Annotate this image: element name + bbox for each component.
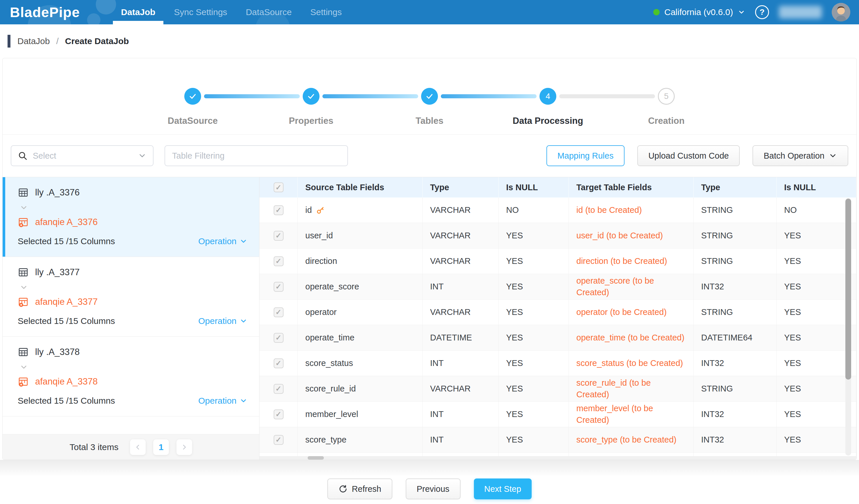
operation-dropdown[interactable]: Operation xyxy=(198,236,247,246)
pagination-bar: Total 3 items 1 xyxy=(3,434,259,460)
source-table-icon xyxy=(18,187,29,198)
next-page-button[interactable] xyxy=(177,439,192,455)
row-checkbox[interactable]: ✓ xyxy=(274,384,284,394)
row-checkbox[interactable]: ✓ xyxy=(274,308,284,317)
table-row: ✓ user_id VARCHAR YES user_id (to be Cre… xyxy=(259,223,856,249)
col-header-source-type: Type xyxy=(423,177,499,198)
operation-dropdown[interactable]: Operation xyxy=(198,316,247,326)
source-field-isnull: YES xyxy=(499,300,569,325)
target-field-name: member_level (to be Created) xyxy=(576,403,684,425)
source-field-isnull: YES xyxy=(499,274,569,299)
scrollbar-thumb[interactable] xyxy=(307,456,324,460)
step-check-icon xyxy=(421,88,438,105)
row-checkbox[interactable]: ✓ xyxy=(274,205,284,215)
row-checkbox[interactable]: ✓ xyxy=(274,333,284,343)
top-nav: BladePipe DataJob Sync Settings DataSour… xyxy=(0,0,859,25)
target-field-type: STRING xyxy=(694,300,777,325)
mapping-table-body: ✓ id VARCHAR NO id (to be Created) STRIN… xyxy=(259,198,856,460)
batch-operation-button[interactable]: Batch Operation xyxy=(753,145,848,166)
table-pair-item[interactable]: lly .A_3376 afanqie A_3376 Selected 15 /… xyxy=(3,177,259,257)
page-number-button[interactable]: 1 xyxy=(153,439,169,455)
table-select-dropdown[interactable]: Select xyxy=(11,145,153,166)
scrollbar-thumb[interactable] xyxy=(845,199,851,380)
row-checkbox[interactable]: ✓ xyxy=(274,282,284,292)
target-field-type: INT32 xyxy=(694,351,777,376)
upload-custom-code-button[interactable]: Upload Custom Code xyxy=(637,145,740,166)
target-field-type: DATETIME64 xyxy=(694,325,777,350)
chevron-left-icon xyxy=(134,444,141,451)
source-field-name: operator xyxy=(305,308,337,317)
nav-tab-settings[interactable]: Settings xyxy=(301,0,351,25)
step-connector xyxy=(322,94,418,98)
source-field-isnull: NO xyxy=(499,198,569,223)
step-number: 5 xyxy=(658,88,675,105)
col-header-source-isnull: Is NULL xyxy=(499,177,569,198)
target-field-type: STRING xyxy=(694,223,777,248)
help-icon[interactable]: ? xyxy=(755,5,769,19)
table-pair-item[interactable]: lly .A_3378 afanqie A_3378 Selected 15 /… xyxy=(3,337,259,416)
breadcrumb-parent[interactable]: DataJob xyxy=(17,36,50,46)
operation-dropdown[interactable]: Operation xyxy=(198,396,247,406)
table-pair-item[interactable]: lly .A_3377 afanqie A_3377 Selected 15 /… xyxy=(3,257,259,337)
row-checkbox[interactable]: ✓ xyxy=(274,359,284,368)
step-creation: 5 Creation xyxy=(658,88,675,105)
selected-columns-summary: Selected 15 /15 Columns xyxy=(18,396,115,406)
source-field-type: VARCHAR xyxy=(423,300,499,325)
target-field-name: user_id (to be Created) xyxy=(576,230,663,241)
target-field-type: STRING xyxy=(694,198,777,223)
source-field-name: id xyxy=(305,205,312,215)
content-area: lly .A_3376 afanqie A_3376 Selected 15 /… xyxy=(3,177,856,460)
source-table-name: lly .A_3378 xyxy=(35,347,79,357)
nav-tab-datajob[interactable]: DataJob xyxy=(112,0,165,25)
nav-tab-datasource[interactable]: DataSource xyxy=(237,0,301,25)
row-checkbox[interactable]: ✓ xyxy=(274,435,284,445)
target-field-type: INT32 xyxy=(694,427,777,452)
target-field-isnull: YES xyxy=(777,351,856,376)
source-field-isnull: YES xyxy=(499,376,569,401)
target-field-name: direction (to be Created) xyxy=(576,255,667,267)
mapping-table-header: ✓ Source Table Fields Type Is NULL Targe… xyxy=(259,177,856,198)
table-row: ✓ score_status INT YES score_status (to … xyxy=(259,351,856,376)
refresh-button[interactable]: Refresh xyxy=(327,478,392,499)
row-checkbox[interactable]: ✓ xyxy=(274,256,284,266)
chevron-down-icon xyxy=(239,397,247,405)
col-header-target-type: Type xyxy=(694,177,777,198)
step-connector xyxy=(441,94,537,98)
environment-selector[interactable]: California (v0.6.0) xyxy=(653,7,745,17)
source-field-type: INT xyxy=(423,427,499,452)
mapping-rules-button[interactable]: Mapping Rules xyxy=(546,145,624,166)
vertical-scrollbar[interactable] xyxy=(845,198,851,456)
source-field-name: operate_time xyxy=(305,333,355,343)
target-field-name: operate_time (to be Created) xyxy=(576,332,684,343)
pagination-total: Total 3 items xyxy=(70,442,118,452)
select-all-checkbox[interactable]: ✓ xyxy=(274,183,284,192)
table-row: ✓ operate_score INT YES operate_score (t… xyxy=(259,274,856,300)
prev-page-button[interactable] xyxy=(130,439,146,455)
footer-bar: Refresh Previous Next Step xyxy=(0,460,859,504)
filter-placeholder: Table Filtering xyxy=(172,151,341,161)
col-header-target-isnull: Is NULL xyxy=(777,177,856,198)
row-checkbox[interactable]: ✓ xyxy=(274,231,284,241)
avatar[interactable] xyxy=(832,3,850,21)
source-field-isnull: YES xyxy=(499,249,569,274)
breadcrumb: DataJob / Create DataJob xyxy=(17,36,129,46)
horizontal-scrollbar[interactable] xyxy=(259,456,856,460)
nav-tab-sync-settings[interactable]: Sync Settings xyxy=(165,0,236,25)
target-field-name: id (to be Created) xyxy=(576,204,642,216)
selected-columns-summary: Selected 15 /15 Columns xyxy=(18,236,115,246)
chevron-down-icon xyxy=(239,317,247,325)
table-filter-input[interactable]: Table Filtering xyxy=(165,145,348,166)
avatar-illustration xyxy=(832,3,850,21)
status-dot xyxy=(653,9,660,15)
step-connector xyxy=(204,94,300,98)
source-field-isnull: YES xyxy=(499,223,569,248)
previous-button[interactable]: Previous xyxy=(406,478,461,499)
table-pair-panel: lly .A_3376 afanqie A_3376 Selected 15 /… xyxy=(3,177,259,460)
row-checkbox[interactable]: ✓ xyxy=(274,409,284,419)
next-step-button[interactable]: Next Step xyxy=(474,478,532,499)
breadcrumb-row: DataJob / Create DataJob xyxy=(0,25,859,58)
table-row: ✓ direction VARCHAR YES direction (to be… xyxy=(259,249,856,274)
step-properties: Properties xyxy=(303,88,319,105)
table-row: ✓ score_type INT YES score_type (to be C… xyxy=(259,427,856,453)
source-field-type: DATETIME xyxy=(423,325,499,350)
